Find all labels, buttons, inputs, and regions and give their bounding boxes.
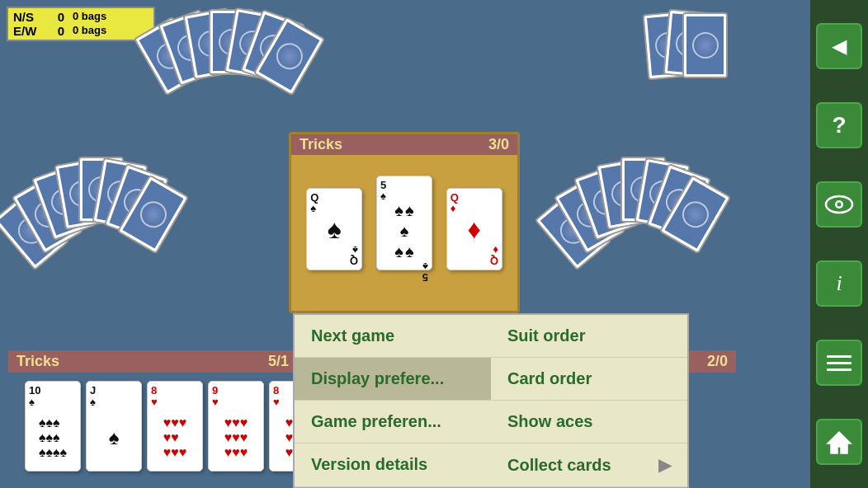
bottom-tricks-label: Tricks [17,353,59,370]
menu-collect-cards[interactable]: Collect cards ▶ [491,443,687,487]
collect-cards-arrow: ▶ [658,455,671,475]
east-hand [550,157,732,280]
svg-rect-4 [827,362,851,364]
ns-label: N/S [13,10,40,24]
scoreboard: N/S 0 0 bags E/W 0 0 bags [7,7,155,41]
ew-bags: 0 bags [73,24,106,38]
ns-score-row: N/S 0 0 bags [13,10,149,24]
menu-grid: Next game Suit order Display prefere... … [295,315,687,487]
west-hand [8,157,190,280]
help-button[interactable]: ? [816,102,862,148]
svg-marker-6 [828,432,851,453]
menu-game-prefs[interactable]: Game preferen... [295,401,491,443]
south-card-2[interactable]: J♠ ♠ [86,381,142,472]
ns-score: 0 [48,10,64,24]
menu-button[interactable] [816,340,862,386]
sidebar: ◀ ? i [810,0,868,488]
menu-card-order[interactable]: Card order [491,358,687,401]
north-tricks-value: 2/0 [707,353,728,369]
svg-point-2 [837,203,842,207]
view-button[interactable] [816,181,862,228]
eye-icon [824,195,854,214]
info-button[interactable]: i [816,260,862,307]
menu-display-prefs[interactable]: Display prefere... [295,358,491,401]
bottom-tricks-value: 5/1 [268,353,289,370]
east-hand-top [641,8,732,91]
menu-show-aces[interactable]: Show aces [491,401,687,443]
tricks-value: 3/0 [488,136,509,153]
game-area: N/S 0 0 bags E/W 0 0 bags [0,0,810,488]
ew-score-row: E/W 0 0 bags [13,24,149,38]
west-played-card[interactable]: Q♠ ♠ Q♠ [306,188,362,270]
south-card-3[interactable]: 8♥ ♥♥♥♥♥♥♥♥ [147,381,203,472]
table-cards: Q♠ ♠ Q♠ 5♠ ♠♠ ♠ ♠♠ 5♠ Q♦ ♦ [291,155,517,303]
menu-suit-order[interactable]: Suit order [491,315,687,358]
north-played-card[interactable]: 5♠ ♠♠ ♠ ♠♠ 5♠ [376,176,432,270]
center-table: Tricks 3/0 Q♠ ♠ Q♠ 5♠ ♠♠ ♠ ♠♠ 5♠ [289,132,520,313]
back-button[interactable]: ◀ [816,23,862,69]
south-card-4[interactable]: 9♥ ♥♥♥♥♥♥♥♥♥ [208,381,264,472]
ns-bags: 0 bags [73,10,106,24]
collect-cards-label: Collect cards [507,456,611,475]
east-card [682,12,728,78]
menu-version[interactable]: Version details [295,443,491,487]
svg-rect-5 [827,368,851,371]
south-card-1[interactable]: 10♠ ♠♠♠♠♠♠♠♠♠♠ [25,381,81,472]
hamburger-icon [827,354,851,372]
home-button[interactable] [816,419,862,465]
tricks-label: Tricks [300,136,342,153]
ew-score: 0 [48,24,64,38]
north-hand [139,7,320,106]
south-tricks-bar: Tricks 5/1 [8,350,297,373]
center-tricks-bar: Tricks 3/0 [291,134,517,155]
ew-label: E/W [13,24,40,38]
menu-next-game[interactable]: Next game [295,315,491,358]
east-played-card[interactable]: Q♦ ♦ Q♦ [446,188,502,270]
context-menu: Next game Suit order Display prefere... … [293,313,689,488]
svg-rect-3 [827,355,851,358]
home-icon [826,429,852,455]
